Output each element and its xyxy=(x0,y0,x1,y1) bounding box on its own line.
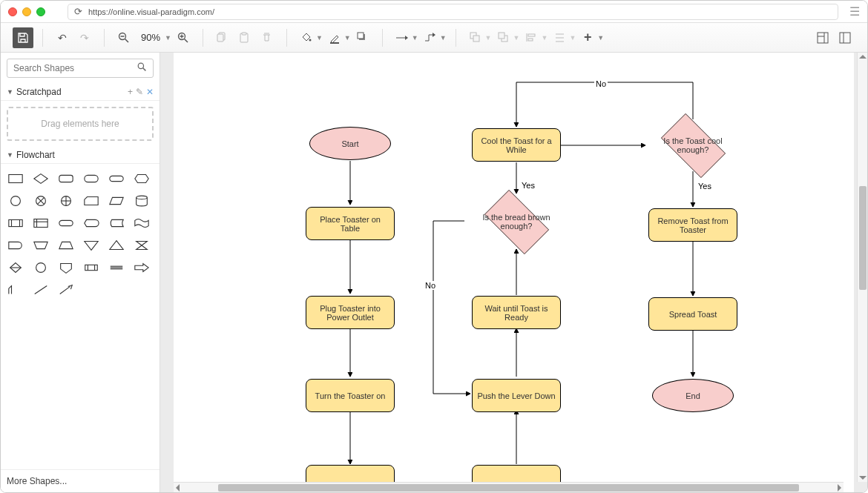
flowchart-header[interactable]: ▼ Flowchart xyxy=(1,147,160,164)
paste-button xyxy=(234,27,255,48)
shape-offpage[interactable] xyxy=(57,259,75,277)
node-remove-toast[interactable]: Remove Toast from Toaster xyxy=(648,208,737,242)
url-input[interactable] xyxy=(88,7,832,16)
edge-label-no: No xyxy=(594,79,608,88)
node-bread-brown[interactable]: Is the bread brown enough? xyxy=(464,196,568,248)
window-minimize[interactable] xyxy=(22,7,31,16)
zoom-level[interactable]: 90% xyxy=(136,32,165,43)
node-push-lever[interactable]: Push the Lever Down xyxy=(472,379,561,412)
window-maximize[interactable] xyxy=(36,7,45,16)
svg-rect-35 xyxy=(85,175,98,182)
zoom-in-button[interactable] xyxy=(173,27,194,48)
shape-subprocess[interactable] xyxy=(7,214,24,232)
node-wait[interactable]: Wait until Toast is Ready xyxy=(472,296,561,329)
shape-card[interactable] xyxy=(82,192,100,210)
edge-label-yes: Yes xyxy=(697,182,713,191)
scratchpad-header[interactable]: ▼ Scratchpad + ✎ ✕ xyxy=(1,84,160,101)
insert-button[interactable]: + xyxy=(577,27,598,48)
shape-manual-input[interactable] xyxy=(57,236,75,254)
caret-down-icon: ▼ xyxy=(7,151,13,159)
shape-terminator[interactable] xyxy=(82,170,100,188)
svg-rect-19 xyxy=(499,33,504,39)
shape-trapezoid[interactable] xyxy=(32,236,50,254)
shape-transfer[interactable] xyxy=(108,259,125,277)
svg-line-4 xyxy=(184,39,188,42)
scratchpad-add-icon[interactable]: + xyxy=(128,87,133,97)
shape-collate[interactable] xyxy=(133,236,151,254)
vertical-scroll-thumb[interactable] xyxy=(859,186,867,290)
window-close[interactable] xyxy=(8,7,17,16)
svg-point-31 xyxy=(138,63,143,68)
shape-diamond[interactable] xyxy=(32,170,50,188)
format-panel-button[interactable] xyxy=(812,27,833,48)
shape-merge[interactable] xyxy=(82,236,100,254)
shape-circle-x[interactable] xyxy=(32,192,50,210)
scratchpad-edit-icon[interactable]: ✎ xyxy=(136,87,143,97)
shape-connector[interactable] xyxy=(32,259,50,277)
outline-panel-button[interactable] xyxy=(835,27,855,48)
node-end[interactable]: End xyxy=(652,379,734,412)
node-start[interactable]: Start xyxy=(309,127,391,160)
node-plug-toaster[interactable]: Plug Toaster into Power Outlet xyxy=(306,296,395,329)
shape-tape[interactable] xyxy=(133,214,151,232)
shape-pill[interactable] xyxy=(108,170,125,188)
shape-parallelogram[interactable] xyxy=(108,192,125,210)
shape-extract[interactable] xyxy=(108,236,125,254)
svg-line-1 xyxy=(125,39,129,42)
node-turn-on[interactable]: Turn the Toaster on xyxy=(306,379,395,412)
shape-direct-data[interactable] xyxy=(82,259,100,277)
shape-stadium[interactable] xyxy=(57,214,75,232)
shape-internal-storage[interactable] xyxy=(32,214,50,232)
shape-hexagon[interactable] xyxy=(133,170,151,188)
zoom-dropdown[interactable]: ▼ xyxy=(165,34,171,42)
shape-arrow-right[interactable] xyxy=(133,259,151,277)
vertical-scrollbar[interactable] xyxy=(857,53,867,482)
shape-display[interactable] xyxy=(82,214,100,232)
svg-rect-8 xyxy=(217,34,223,42)
save-button[interactable] xyxy=(13,27,33,48)
line-color-button[interactable] xyxy=(324,27,345,48)
flowchart-title: Flowchart xyxy=(16,150,55,160)
shape-search[interactable] xyxy=(7,59,154,78)
menu-icon[interactable]: ☰ xyxy=(849,4,860,19)
horizontal-scrollbar[interactable] xyxy=(174,482,844,492)
waypoint-button[interactable] xyxy=(420,27,441,48)
shape-stored-data[interactable] xyxy=(108,214,125,232)
search-icon[interactable] xyxy=(137,62,147,74)
shape-line[interactable] xyxy=(32,281,50,299)
shape-circle-plus[interactable] xyxy=(57,192,75,210)
shadow-button[interactable] xyxy=(352,27,373,48)
edge-label-no: No xyxy=(424,281,437,290)
svg-rect-48 xyxy=(34,219,47,228)
reload-icon[interactable]: ⟳ xyxy=(74,6,82,17)
scratchpad-close-icon[interactable]: ✕ xyxy=(146,87,154,97)
horizontal-scroll-thumb[interactable] xyxy=(218,484,799,492)
svg-rect-22 xyxy=(528,39,533,41)
delete-button xyxy=(257,27,277,48)
scratchpad-dropzone[interactable]: Drag elements here xyxy=(7,107,154,141)
scratchpad-placeholder: Drag elements here xyxy=(41,119,119,129)
undo-button[interactable]: ↶ xyxy=(52,27,73,48)
shape-circle[interactable] xyxy=(7,192,24,210)
fill-color-button[interactable] xyxy=(296,27,317,48)
diagram-canvas[interactable]: Start Place Toaster on Table Plug Toaste… xyxy=(174,53,854,492)
shape-rounded-rect[interactable] xyxy=(57,170,75,188)
shape-loop-limit[interactable] xyxy=(7,281,24,299)
zoom-out-button[interactable] xyxy=(114,27,134,48)
shape-sort[interactable] xyxy=(7,259,24,277)
more-shapes-button[interactable]: More Shapes... xyxy=(1,469,160,492)
address-bar[interactable]: ⟳ xyxy=(68,4,838,20)
connector-style-button[interactable] xyxy=(392,27,412,48)
node-cool-toast[interactable]: Cool the Toast for a While xyxy=(472,128,561,162)
node-place-toaster[interactable]: Place Toaster on Table xyxy=(306,207,395,240)
shape-palette xyxy=(1,164,160,305)
shape-rectangle[interactable] xyxy=(7,170,24,188)
shape-delay[interactable] xyxy=(7,236,24,254)
shape-arrow-line[interactable] xyxy=(57,281,75,299)
node-toast-cool[interactable]: Is the Toast cool enough? xyxy=(641,119,745,171)
caret-down-icon: ▼ xyxy=(7,88,13,96)
shape-search-input[interactable] xyxy=(13,63,137,73)
svg-point-11 xyxy=(309,39,311,41)
shape-cylinder[interactable] xyxy=(133,192,151,210)
node-spread-toast[interactable]: Spread Toast xyxy=(648,297,737,331)
